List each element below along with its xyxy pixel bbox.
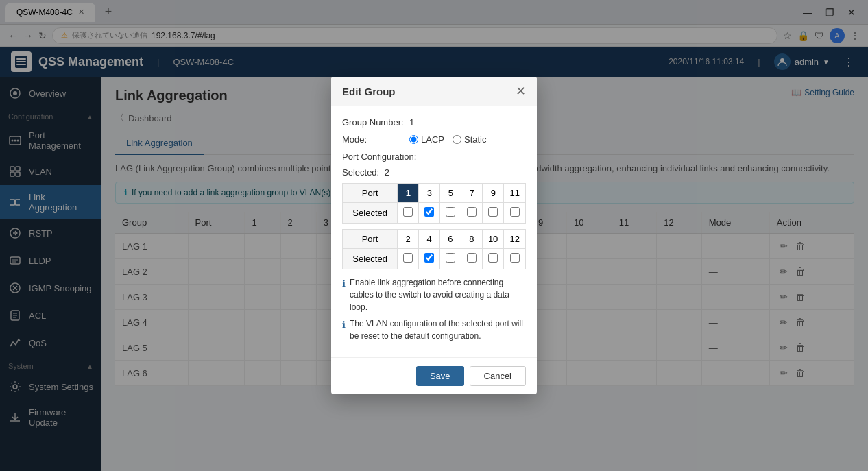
save-button[interactable]: Save [416, 366, 464, 386]
cb-port-6[interactable] [439, 249, 461, 269]
port-7: 7 [461, 184, 483, 203]
checkbox-port-1[interactable] [403, 207, 413, 217]
cancel-button[interactable]: Cancel [470, 366, 526, 386]
cb-port-1[interactable] [398, 203, 419, 224]
cb-port-10[interactable] [482, 249, 504, 269]
modal-footer: Save Cancel [331, 357, 537, 394]
checkbox-port-9[interactable] [488, 207, 498, 217]
static-radio[interactable] [453, 135, 461, 144]
modal-overlay: Edit Group ✕ Group Number: 1 Mode: LACP … [0, 0, 868, 471]
mode-row: Mode: LACP Static [342, 134, 526, 145]
port-4: 4 [419, 230, 440, 249]
selected-header-even: Selected [343, 249, 398, 269]
port-config-label: Port Configuration: [342, 152, 526, 162]
selected-header-odd: Selected [343, 203, 398, 224]
cb-port-2[interactable] [398, 249, 419, 269]
checkbox-port-7[interactable] [467, 207, 477, 217]
note-icon-2: ℹ [342, 318, 346, 332]
edit-group-modal: Edit Group ✕ Group Number: 1 Mode: LACP … [331, 77, 537, 394]
mode-radio-group: LACP Static [409, 134, 486, 145]
checkbox-port-12[interactable] [510, 253, 520, 263]
cb-port-4[interactable] [419, 249, 440, 269]
port-12: 12 [504, 230, 526, 249]
selected-number: 2 [385, 167, 389, 178]
port-header-even: Port [343, 230, 398, 249]
port-3: 3 [419, 184, 440, 203]
checkbox-port-6[interactable] [446, 253, 455, 263]
cb-port-5[interactable] [440, 203, 461, 224]
note-icon-1: ℹ [342, 277, 346, 291]
group-number-label: Group Number: [342, 117, 404, 128]
port-5: 5 [440, 184, 461, 203]
port-1: 1 [398, 184, 419, 203]
port-config-section: Port Configuration: Selected: 2 Port 1 3… [342, 152, 526, 269]
checkbox-port-4[interactable] [424, 253, 434, 263]
note-text-1: Enable link aggregation before connectin… [350, 276, 526, 313]
group-number-value: 1 [409, 117, 414, 128]
port-6: 6 [439, 230, 461, 249]
cb-port-3[interactable] [419, 203, 440, 224]
port-11: 11 [504, 184, 526, 203]
cb-port-11[interactable] [504, 203, 526, 224]
modal-body: Group Number: 1 Mode: LACP Static Po [331, 106, 537, 357]
port-table-odd: Port 1 3 5 7 9 11 Selected [342, 183, 526, 224]
port-10: 10 [482, 230, 504, 249]
mode-label: Mode: [342, 134, 404, 145]
modal-title: Edit Group [342, 86, 396, 97]
port-2: 2 [398, 230, 419, 249]
lacp-radio-label[interactable]: LACP [409, 134, 444, 145]
modal-close-btn[interactable]: ✕ [516, 85, 526, 97]
cb-port-9[interactable] [483, 203, 504, 224]
note-2: ℹ The VLAN configuration of the selected… [342, 317, 526, 342]
checkbox-port-8[interactable] [467, 253, 477, 263]
static-radio-label[interactable]: Static [453, 134, 487, 145]
cb-port-12[interactable] [504, 249, 526, 269]
group-number-row: Group Number: 1 [342, 117, 526, 128]
note-1: ℹ Enable link aggregation before connect… [342, 276, 526, 313]
modal-notes: ℹ Enable link aggregation before connect… [342, 276, 526, 342]
port-8: 8 [461, 230, 482, 249]
checkbox-port-10[interactable] [488, 253, 498, 263]
checkbox-port-3[interactable] [424, 207, 434, 217]
modal-header: Edit Group ✕ [331, 77, 537, 106]
lacp-radio[interactable] [409, 135, 418, 144]
port-table-even: Port 2 4 6 8 10 12 Selected [342, 229, 526, 269]
selected-count: Selected: 2 [342, 167, 526, 178]
selected-label: Selected: [342, 167, 379, 178]
checkbox-port-2[interactable] [403, 253, 413, 263]
cb-port-7[interactable] [461, 203, 483, 224]
note-text-2: The VLAN configuration of the selected p… [350, 317, 526, 342]
port-header-odd: Port [343, 184, 398, 203]
checkbox-port-5[interactable] [446, 207, 455, 217]
lacp-label: LACP [421, 134, 444, 145]
checkbox-port-11[interactable] [510, 207, 520, 217]
static-label: Static [464, 134, 487, 145]
port-9: 9 [483, 184, 504, 203]
cb-port-8[interactable] [461, 249, 482, 269]
